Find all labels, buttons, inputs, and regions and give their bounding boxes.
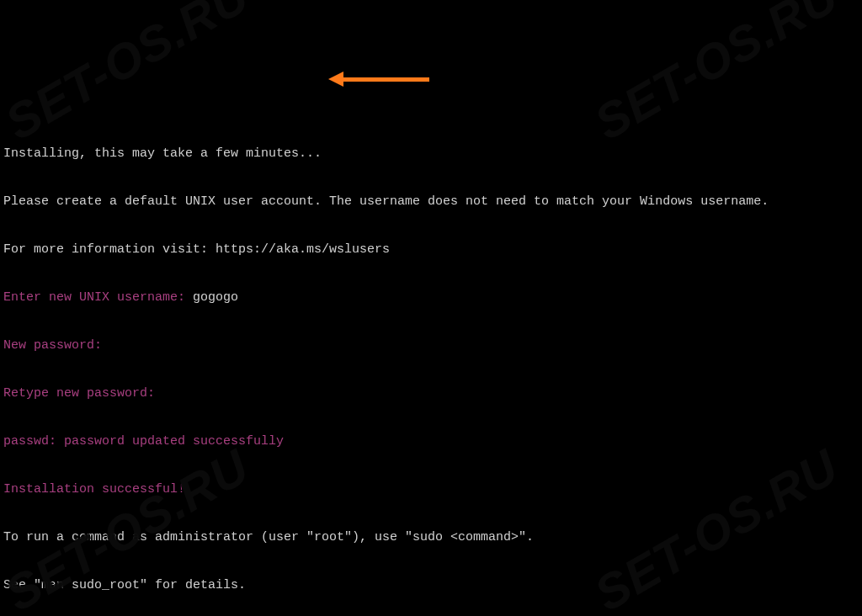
- output-line: Enter new UNIX username: gogogo: [3, 289, 859, 305]
- annotation-arrow-icon: [328, 72, 429, 86]
- output-line: Retype new password:: [3, 385, 859, 401]
- output-line: New password:: [3, 337, 859, 353]
- output-line: Installation successful!: [3, 481, 859, 497]
- output-line: Please create a default UNIX user accoun…: [3, 194, 859, 210]
- output-line: Installing, this may take a few minutes.…: [3, 146, 859, 162]
- output-line: To run a command as administrator (user …: [3, 529, 859, 545]
- output-line: For more information visit: https://aka.…: [3, 242, 859, 258]
- watermark: SET-OS.RU: [6, 0, 248, 133]
- output-line: passwd: password updated successfully: [3, 433, 859, 449]
- output-line: See "man sudo_root" for details.: [3, 577, 859, 593]
- watermark: SET-OS.RU: [595, 0, 838, 133]
- prompt-text: Enter new UNIX username:: [3, 290, 193, 305]
- terminal-window[interactable]: SET-OS.RU SET-OS.RU SET-OS.RU SET-OS.RU …: [0, 0, 862, 616]
- username-value: gogogo: [193, 290, 238, 305]
